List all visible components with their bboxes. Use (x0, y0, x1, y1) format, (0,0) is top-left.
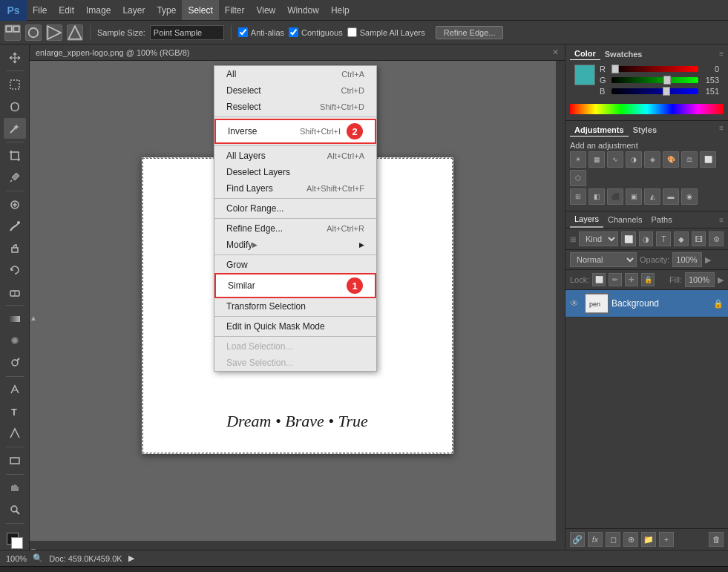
fill-expand[interactable]: ▶ (718, 275, 724, 285)
layers-filter-smart[interactable]: 🎞 (692, 231, 706, 246)
layer-item-background[interactable]: 👁 pen Background 🔒 (565, 290, 728, 318)
layers-link-btn[interactable]: 🔗 (570, 532, 585, 547)
adj-icon-color-lookup[interactable]: ◧ (588, 188, 605, 205)
menu-item-edit-quick-mask[interactable]: Edit in Quick Mask Mode (214, 318, 376, 335)
layers-group-btn[interactable]: 📁 (641, 532, 656, 547)
layers-mask-btn[interactable]: ◻ (606, 532, 620, 547)
gradient-tool[interactable] (4, 309, 26, 329)
pen-tool[interactable] (4, 380, 26, 400)
lock-transparent[interactable]: ⬜ (592, 273, 606, 286)
canvas-v-scroll[interactable] (556, 61, 565, 541)
menu-item-modify[interactable]: Modify ▶ (214, 237, 376, 253)
menu-item-find-layers[interactable]: Find Layers Alt+Shift+Ctrl+F (214, 180, 376, 197)
menu-item-deselect[interactable]: Deselect Ctrl+D (214, 82, 376, 99)
layers-tab[interactable]: Layers (570, 211, 603, 228)
layers-fx-btn[interactable]: fx (588, 532, 603, 547)
healing-tool[interactable] (4, 194, 26, 214)
adj-icon-exposure[interactable]: ◑ (626, 151, 642, 168)
magic-wand-tool[interactable] (4, 118, 26, 138)
stamp-tool[interactable] (4, 238, 26, 258)
blend-mode-dropdown[interactable]: Normal (570, 252, 637, 267)
paths-tab[interactable]: Paths (647, 212, 677, 227)
color-picker[interactable] (4, 530, 26, 550)
channel-b-slider[interactable] (611, 88, 698, 94)
layers-filter-type[interactable]: T (656, 231, 671, 246)
color-tab[interactable]: Color (570, 47, 600, 60)
menu-select[interactable]: Select (182, 0, 218, 20)
adj-icon-photo[interactable]: ⬡ (570, 170, 586, 186)
adj-icon-selective-color[interactable]: ◉ (681, 188, 698, 205)
menu-item-reselect[interactable]: Reselect Shift+Ctrl+D (214, 99, 376, 115)
menu-item-all-layers[interactable]: All Layers Alt+Ctrl+A (214, 148, 376, 164)
zoom-icon[interactable]: 🔍 (33, 553, 43, 563)
menu-layer[interactable]: Layer (117, 0, 151, 20)
menu-window[interactable]: Window (281, 0, 325, 20)
adj-icon-brightness[interactable]: ☀ (570, 151, 586, 168)
menu-help[interactable]: Help (325, 0, 355, 20)
adj-icon-channel-mixer[interactable]: ⊞ (570, 188, 586, 205)
adj-icon-curves[interactable]: ∿ (607, 151, 623, 168)
shape-tool[interactable] (4, 450, 26, 470)
hand-tool[interactable] (4, 478, 26, 498)
color-spectrum[interactable] (570, 104, 724, 114)
contiguous-checkbox[interactable] (289, 27, 298, 37)
menu-file[interactable]: File (27, 0, 53, 20)
menu-item-refine-edge[interactable]: Refine Edge... Alt+Ctrl+R (214, 220, 376, 237)
color-swatch[interactable] (574, 65, 595, 85)
brush-tool[interactable] (4, 216, 26, 236)
expand-arrow[interactable]: ▶ (128, 553, 134, 563)
menu-edit[interactable]: Edit (53, 0, 80, 20)
fill-input[interactable] (685, 272, 715, 287)
channels-tab[interactable]: Channels (603, 212, 646, 227)
zoom-tool[interactable] (4, 499, 26, 519)
layers-filter-pixel[interactable]: ⬜ (621, 231, 636, 246)
adj-icon-gradient-map[interactable]: ▬ (663, 188, 679, 205)
marquee-tool[interactable] (4, 74, 26, 94)
lasso-tool[interactable] (4, 96, 26, 116)
layers-filter-toggle[interactable]: ⚙ (709, 231, 724, 246)
menu-item-inverse[interactable]: Inverse Shift+Ctrl+I 2 (214, 119, 376, 144)
menu-image[interactable]: Image (80, 0, 117, 20)
adj-panel-expand[interactable]: ≡ (719, 124, 724, 137)
adj-icon-colorbalance[interactable]: ⚖ (681, 151, 698, 168)
lock-brush[interactable]: ✏ (609, 273, 622, 286)
lock-all[interactable]: 🔒 (641, 273, 655, 286)
blur-tool[interactable] (4, 331, 26, 351)
eraser-tool[interactable] (4, 282, 26, 302)
refine-edge-button[interactable]: Refine Edge... (436, 26, 504, 39)
layers-filter-adjust[interactable]: ◑ (639, 231, 654, 246)
sample-size-input[interactable] (150, 25, 224, 40)
menu-view[interactable]: View (250, 0, 281, 20)
layers-adj-btn[interactable]: ⊕ (623, 532, 638, 547)
adj-icon-bw[interactable]: ⬜ (700, 151, 716, 168)
layer-visibility-icon[interactable]: 👁 (570, 298, 582, 309)
channel-g-slider[interactable] (611, 77, 698, 83)
layers-new-btn[interactable]: + (659, 532, 674, 547)
swatches-tab[interactable]: Swatches (600, 48, 647, 60)
path-select-tool[interactable] (4, 424, 26, 444)
menu-item-deselect-layers[interactable]: Deselect Layers (214, 164, 376, 180)
canvas-h-scroll[interactable] (30, 541, 556, 550)
adj-icon-levels[interactable]: ▦ (588, 151, 605, 168)
move-tool[interactable] (4, 47, 26, 68)
menu-item-grow[interactable]: Grow (214, 257, 376, 273)
menu-item-similar[interactable]: Similar 1 (214, 273, 376, 298)
layers-delete-btn[interactable]: 🗑 (709, 532, 724, 547)
layers-kind-dropdown[interactable]: Kind (579, 231, 618, 246)
sample-all-layers-checkbox[interactable] (347, 27, 357, 37)
crop-tool[interactable] (4, 145, 26, 165)
eyedropper-tool[interactable] (4, 167, 26, 187)
lock-position[interactable]: ✛ (625, 273, 638, 286)
canvas-close[interactable]: ✕ (552, 47, 559, 57)
channel-r-slider[interactable] (611, 66, 698, 72)
adj-icon-hsl[interactable]: 🎨 (663, 151, 679, 168)
color-panel-expand[interactable]: ≡ (719, 50, 724, 58)
history-tool[interactable] (4, 260, 26, 280)
menu-item-color-range[interactable]: Color Range... (214, 200, 376, 217)
adj-tab[interactable]: Adjustments (570, 124, 629, 137)
menu-item-transform-selection[interactable]: Transform Selection (214, 298, 376, 315)
menu-item-all[interactable]: All Ctrl+A (214, 66, 376, 82)
dodge-tool[interactable] (4, 352, 26, 372)
anti-alias-checkbox[interactable] (238, 27, 248, 37)
adj-icon-posterize[interactable]: ▣ (626, 188, 642, 205)
